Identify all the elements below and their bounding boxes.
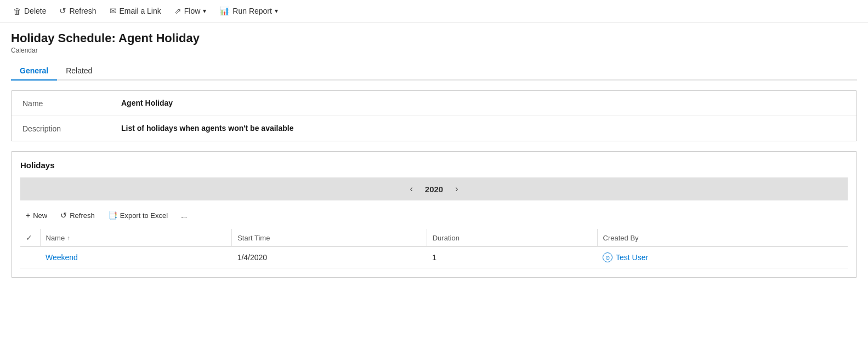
form-row-name: Name Agent Holiday [12,91,856,116]
row-created-by-cell: ⊙ Test User [597,247,848,268]
delete-button[interactable]: 🗑 Delete [8,4,52,19]
export-label: Export to Excel [120,211,168,220]
sub-refresh-label: Refresh [70,211,95,220]
email-icon: ✉ [110,6,117,16]
form-row-description: Description List of holidays when agents… [12,116,856,141]
tab-related[interactable]: Related [57,62,101,81]
holidays-section: Holidays ‹ 2020 › + New ↺ Refresh 📑 Expo… [11,151,857,278]
table-header-row: ✓ Name ↑ Start Time Duration [20,229,848,247]
row-check-cell [20,247,40,268]
refresh-button[interactable]: ↺ Refresh [54,3,101,19]
export-excel-button[interactable]: 📑 Export to Excel [103,208,173,222]
flow-button[interactable]: ⇗ Flow ▾ [169,3,212,19]
holidays-table: ✓ Name ↑ Start Time Duration [20,229,848,268]
flow-icon: ⇗ [174,6,181,16]
page-subtitle: Calendar [11,47,857,54]
page-header: Holiday Schedule: Agent Holiday Calendar… [0,22,868,81]
more-options-button[interactable]: ... [175,209,192,222]
duration-column-header: Duration [427,229,597,247]
prev-year-button[interactable]: ‹ [406,183,416,195]
description-label: Description [22,124,121,133]
sub-refresh-button[interactable]: ↺ Refresh [55,208,100,222]
user-link[interactable]: Test User [616,253,648,262]
check-icon: ✓ [26,233,32,242]
row-duration-cell: 1 [427,247,597,268]
run-report-chevron-icon: ▾ [275,7,278,15]
name-value: Agent Holiday [121,99,173,107]
page-title: Holiday Schedule: Agent Holiday [11,31,857,45]
refresh-icon: ↺ [59,6,66,16]
name-column-header: Name ↑ [40,229,232,247]
delete-icon: 🗑 [13,7,21,16]
email-label: Email a Link [120,7,161,15]
flow-label: Flow [184,7,201,15]
row-start-time-cell: 1/4/2020 [232,247,427,268]
content-area: Name Agent Holiday Description List of h… [0,90,868,289]
user-icon: ⊙ [603,252,612,262]
refresh-label: Refresh [69,7,96,15]
excel-icon: 📑 [108,211,117,220]
new-label: New [33,211,47,220]
tabs: General Related [11,62,857,81]
delete-label: Delete [24,7,46,15]
run-report-button[interactable]: 📊 Run Report ▾ [214,3,283,19]
description-value: List of holidays when agents won't be av… [121,124,294,133]
created-by-column-header: Created By [597,229,848,247]
tab-general[interactable]: General [11,62,57,81]
flow-chevron-icon: ▾ [203,7,206,15]
holidays-title: Holidays [20,160,848,170]
run-report-label: Run Report [232,7,272,15]
new-icon: + [26,211,30,220]
report-icon: 📊 [219,6,230,16]
email-link-button[interactable]: ✉ Email a Link [104,3,167,19]
year-label: 2020 [425,185,443,194]
table-row: Weekend 1/4/2020 1 ⊙ Test User [20,247,848,268]
row-name-link[interactable]: Weekend [46,253,78,262]
name-label: Name [22,99,121,108]
sub-toolbar: + New ↺ Refresh 📑 Export to Excel ... [20,208,848,222]
top-toolbar: 🗑 Delete ↺ Refresh ✉ Email a Link ⇗ Flow… [0,0,868,22]
sub-refresh-icon: ↺ [60,211,67,220]
start-time-column-header: Start Time [232,229,427,247]
more-label: ... [181,211,187,220]
row-name-cell: Weekend [40,247,232,268]
form-section: Name Agent Holiday Description List of h… [11,90,857,141]
user-cell: ⊙ Test User [603,252,842,262]
next-year-button[interactable]: › [452,183,461,195]
new-button[interactable]: + New [20,208,53,222]
name-sort-icon[interactable]: ↑ [67,234,70,241]
check-column-header: ✓ [20,229,40,247]
year-nav: ‹ 2020 › [20,177,848,200]
